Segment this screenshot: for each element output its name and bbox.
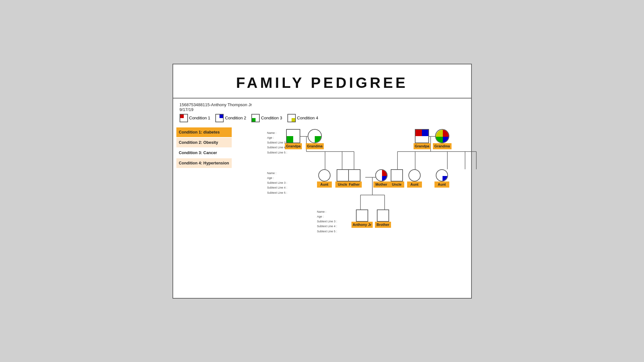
label-brother: Brother (375, 222, 391, 228)
label-paternal-grandma: Grandma (433, 143, 452, 149)
subtext-gen3: Name : Age : Subtext Line 3 : Subtext Li… (317, 209, 337, 234)
shape-brother (377, 209, 389, 222)
subtext-sub4: Subtext Line 4 : (267, 145, 287, 150)
subtext2-name: Name : (267, 171, 287, 176)
main-container: FAMILY PEDIGREE 1568753488115-Anthony Th… (173, 64, 472, 299)
node-maternal-grandma: Grandma (306, 129, 324, 149)
node-aunt3: Aunt (434, 169, 449, 188)
legend-label-c2: Condition 2 (225, 116, 246, 120)
label-maternal-grandpa: Grandpa (285, 143, 302, 149)
page-title: FAMILY PEDIGREE (180, 74, 465, 91)
content-area: Condition 1: diabetes Condition 2: Obesi… (173, 124, 471, 266)
shape-maternal-grandma (308, 129, 322, 143)
title-section: FAMILY PEDIGREE (173, 64, 471, 98)
shape-mother (375, 169, 387, 181)
legend-icon-c1 (180, 114, 188, 122)
node-anthony: Anthony Jr (351, 209, 373, 228)
shape-aunt1 (318, 169, 331, 181)
subtext3-sub3: Subtext Line 3 : (317, 219, 337, 224)
shape-aunt2 (408, 169, 421, 181)
subtext2-age: Age : (267, 176, 287, 181)
label-father: Father (347, 181, 362, 188)
node-mother: Mother (373, 169, 389, 188)
node-paternal-grandma: Grandma (433, 129, 452, 149)
shape-anthony (356, 209, 368, 222)
node-aunt2: Aunt (407, 169, 422, 188)
sidebar-c3[interactable]: Condition 3: Cancer (176, 148, 232, 158)
subtext3-name: Name : (317, 209, 337, 214)
info-section: 1568753488115-Anthony Thompson Jr 9/17/1… (173, 98, 471, 124)
legend-label-c1: Condition 1 (189, 116, 210, 120)
legend-item-c4: Condition 4 (287, 114, 318, 122)
legend-item-c2: Condition 2 (215, 114, 246, 122)
subtext2-sub3: Subtext Line 3 : (267, 181, 287, 185)
subtext-gen1-maternal: Name : Age : Subtext Line 3 : Subtext Li… (267, 131, 287, 155)
label-anthony: Anthony Jr (351, 222, 373, 228)
subtext2-sub4: Subtext Line 4 : (267, 185, 287, 190)
legend-icon-c3 (251, 114, 260, 122)
legend-item-c3: Condition 3 (251, 114, 282, 122)
shape-uncle2 (391, 169, 403, 181)
sidebar-c1[interactable]: Condition 1: diabetes (176, 127, 232, 137)
node-maternal-grandpa: Grandpa (285, 129, 302, 149)
shape-paternal-grandpa (415, 129, 429, 143)
node-paternal-grandpa: Grandpa (414, 129, 431, 149)
legend-label-c3: Condition 3 (261, 116, 282, 120)
sidebar-c4[interactable]: Condition 4: Hypertension (176, 158, 232, 168)
subtext-name: Name : (267, 131, 287, 135)
patient-id: 1568753488115-Anthony Thompson Jr (180, 102, 465, 107)
label-paternal-grandpa: Grandpa (414, 143, 431, 149)
subtext-gen2: Name : Age : Subtext Line 3 : Subtext Li… (267, 171, 287, 195)
patient-date: 9/17/19 (180, 107, 465, 112)
legend: Condition 1 Condition 2 Condition 3 (180, 114, 465, 122)
node-aunt1: Aunt (317, 169, 332, 188)
label-mother: Mother (373, 181, 389, 188)
shape-paternal-grandma (435, 129, 449, 143)
pedigree-area: Grandpa Grandma Name : Age : Subtext Lin… (235, 127, 468, 263)
legend-icon-c4 (287, 114, 296, 122)
sidebar-c2[interactable]: Condition 2: Obesity (176, 138, 232, 147)
shape-father (348, 169, 360, 181)
shape-maternal-grandpa (286, 129, 300, 143)
label-aunt2: Aunt (407, 181, 422, 188)
node-brother: Brother (375, 209, 391, 228)
shape-aunt3 (436, 169, 448, 181)
subtext-age: Age : (267, 135, 287, 140)
subtext3-age: Age : (317, 214, 337, 219)
label-aunt3: Aunt (434, 181, 449, 188)
legend-icon-c2 (215, 114, 224, 122)
subtext3-sub5: Subtext Line 5 : (317, 229, 337, 234)
subtext3-sub4: Subtext Line 4 : (317, 224, 337, 229)
label-uncle2: Uncle (389, 181, 404, 188)
node-father: Father (347, 169, 362, 188)
subtext-sub3: Subtext Line 3 : (267, 140, 287, 145)
label-aunt1: Aunt (317, 181, 332, 188)
subtext-sub5: Subtext Line 5 : (267, 150, 287, 155)
label-maternal-grandma: Grandma (306, 143, 324, 149)
node-uncle2: Uncle (389, 169, 404, 188)
legend-item-c1: Condition 1 (180, 114, 210, 122)
sidebar: Condition 1: diabetes Condition 2: Obesi… (176, 127, 232, 263)
legend-label-c4: Condition 4 (297, 116, 318, 120)
subtext2-sub5: Subtext Line 5 : (267, 190, 287, 195)
